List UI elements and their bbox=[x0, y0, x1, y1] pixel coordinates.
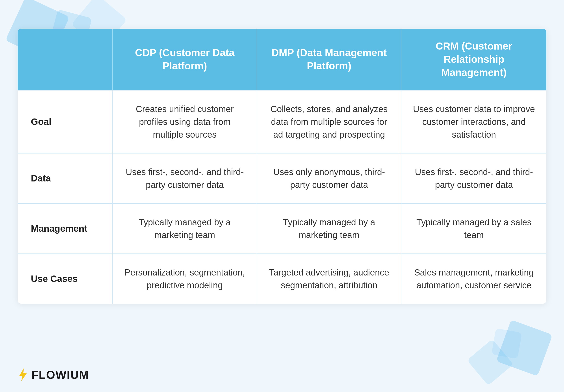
header-row: CDP (Customer Data Platform) DMP (Data M… bbox=[18, 29, 546, 90]
row-label-data: Data bbox=[18, 153, 113, 203]
table-row-goal: Goal Creates unified customer profiles u… bbox=[18, 90, 546, 153]
cell-crm-management: Typically managed by a sales team bbox=[401, 203, 546, 253]
cell-cdp-management: Typically managed by a marketing team bbox=[113, 203, 257, 253]
cell-dmp-goal: Collects, stores, and analyzes data from… bbox=[257, 90, 401, 153]
lightning-bolt-icon bbox=[18, 368, 28, 381]
header-empty bbox=[18, 29, 113, 90]
svg-marker-0 bbox=[19, 368, 27, 381]
row-label-management: Management bbox=[18, 203, 113, 253]
cell-crm-data: Uses first-, second-, and third-party cu… bbox=[401, 153, 546, 203]
header-cdp: CDP (Customer Data Platform) bbox=[113, 29, 257, 90]
cell-dmp-usecases: Targeted advertising, audience segmentat… bbox=[257, 253, 401, 304]
cell-dmp-management: Typically managed by a marketing team bbox=[257, 203, 401, 253]
cell-crm-usecases: Sales management, marketing automation, … bbox=[401, 253, 546, 304]
table-row-usecases: Use Cases Personalization, segmentation,… bbox=[18, 253, 546, 304]
table-row-management: Management Typically managed by a market… bbox=[18, 203, 546, 253]
row-label-usecases: Use Cases bbox=[18, 253, 113, 304]
cell-cdp-goal: Creates unified customer profiles using … bbox=[113, 90, 257, 153]
cell-cdp-usecases: Personalization, segmentation, predictiv… bbox=[113, 253, 257, 304]
logo-text: FLOWIUM bbox=[31, 368, 89, 381]
table-row-data: Data Uses first-, second-, and third-par… bbox=[18, 153, 546, 203]
header-dmp: DMP (Data Management Platform) bbox=[257, 29, 401, 90]
page-wrapper: CDP (Customer Data Platform) DMP (Data M… bbox=[18, 29, 546, 357]
cell-dmp-data: Uses only anonymous, third-party custome… bbox=[257, 153, 401, 203]
logo-icon bbox=[18, 368, 28, 381]
header-crm: CRM (Customer Relationship Management) bbox=[401, 29, 546, 90]
logo-area: FLOWIUM bbox=[18, 368, 89, 381]
row-label-goal: Goal bbox=[18, 90, 113, 153]
cell-cdp-data: Uses first-, second-, and third-party cu… bbox=[113, 153, 257, 203]
cell-crm-goal: Uses customer data to improve customer i… bbox=[401, 90, 546, 153]
comparison-table: CDP (Customer Data Platform) DMP (Data M… bbox=[18, 29, 546, 304]
